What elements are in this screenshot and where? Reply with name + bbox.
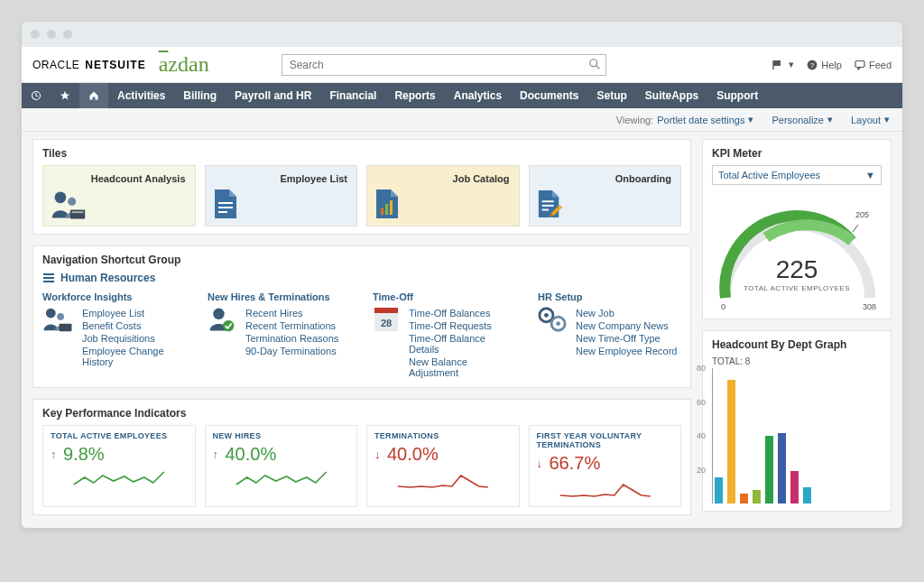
shortcut-link[interactable]: Employee List [79, 308, 186, 319]
nav-item[interactable]: SuiteApps [636, 83, 707, 108]
chat-icon [855, 60, 865, 70]
kpi-card[interactable]: FIRST YEAR VOLUNTARY TERMINATIONS↓66.7% [529, 425, 682, 507]
arrow-up-icon: ↑ [213, 448, 224, 461]
nav-item[interactable]: Reports [385, 83, 444, 108]
bar[interactable] [715, 477, 723, 503]
tile-job-catalog[interactable]: Job Catalog [366, 165, 520, 226]
chart-document-icon [374, 188, 400, 220]
personalize-label: Personalize [772, 115, 823, 125]
svg-point-9 [55, 191, 67, 203]
svg-rect-16 [381, 208, 383, 215]
shortcut-link[interactable]: Job Requisitions [79, 333, 186, 344]
bar[interactable] [803, 487, 811, 503]
nav-item[interactable]: Setup [587, 83, 635, 108]
nav-home-icon[interactable] [79, 83, 108, 108]
shortcut-link[interactable]: Recent Hires [242, 308, 338, 319]
gauge-max: 308 [863, 302, 876, 311]
shortcut-link[interactable]: Employee Change History [79, 346, 186, 367]
brand-netsuite: NETSUITE [85, 59, 145, 71]
nav-item[interactable]: Support [707, 83, 767, 108]
shortcut-link[interactable]: Termination Reasons [242, 333, 338, 344]
personalize-link[interactable]: Personalize ▾ [772, 114, 832, 125]
svg-rect-30 [374, 308, 398, 313]
kpi-meter-select[interactable]: Total Active Employees ▼ [712, 165, 882, 185]
tile-headcount-analysis[interactable]: Headcount Analysis [42, 165, 196, 226]
shortcut-link[interactable]: Benefit Costs [79, 320, 186, 331]
kpi-card[interactable]: TERMINATIONS↓40.0% [366, 425, 520, 507]
chevron-down-icon: ▾ [884, 114, 890, 125]
svg-text:28: 28 [381, 318, 392, 328]
kpi-card[interactable]: NEW HIRES↑40.0% [205, 425, 358, 507]
svg-text:?: ? [810, 61, 815, 69]
nav-history-icon[interactable] [22, 83, 51, 108]
svg-point-26 [57, 313, 64, 320]
shortcut-col-title: New Hires & Terminations [208, 291, 351, 302]
nav-item[interactable]: Activities [108, 83, 174, 108]
layout-label: Layout [851, 115, 881, 125]
gauge-value: 225 [712, 255, 882, 284]
app-root: ORACLE NETSUITE azdan ▾ ? Help Feed [22, 47, 902, 528]
chevron-down-icon: ▾ [748, 114, 753, 125]
shortcut-column: Workforce InsightsEmployee ListBenefit C… [42, 291, 186, 380]
shortcut-link[interactable]: New Job [572, 308, 678, 319]
shortcut-link[interactable]: Recent Terminations [242, 320, 338, 331]
svg-point-28 [213, 309, 224, 319]
feed-link[interactable]: Feed [855, 60, 892, 70]
shortcut-panel: Navigation Shortcut Group Human Resource… [32, 245, 691, 388]
svg-rect-14 [218, 207, 233, 208]
shortcut-link[interactable]: New Company News [572, 320, 678, 331]
topbar: ORACLE NETSUITE azdan ▾ ? Help Feed [22, 47, 902, 83]
help-link[interactable]: ? Help [807, 60, 842, 70]
bar[interactable] [753, 490, 761, 503]
shortcut-link[interactable]: Time-Off Requests [405, 320, 516, 331]
svg-point-29 [223, 320, 234, 331]
bar[interactable] [727, 380, 735, 503]
kpi-meter-select-value: Total Active Employees [718, 170, 820, 180]
bar[interactable] [790, 471, 799, 504]
layout-link[interactable]: Layout ▾ [851, 114, 890, 125]
language-toggle[interactable]: ▾ [772, 59, 794, 71]
nav-item[interactable]: Analytics [445, 83, 511, 108]
search-input[interactable] [282, 54, 606, 76]
kpi-card[interactable]: TOTAL ACTIVE EMPLOYEES↑9.8% [42, 425, 196, 507]
shortcut-section[interactable]: Human Resources [42, 272, 681, 284]
shortcut-link[interactable]: Time-Off Balance Details [405, 333, 516, 355]
bar[interactable] [765, 436, 773, 503]
nav-item[interactable]: Billing [174, 83, 226, 108]
kpi-card-value: ↑9.8% [51, 444, 188, 465]
svg-rect-15 [218, 211, 227, 213]
tiles-row: Headcount Analysis Employee List [42, 165, 681, 226]
headcount-panel: Headcount By Dept Graph TOTAL: 8 80 60 4… [702, 330, 892, 512]
nav-item[interactable]: Payroll and HR [226, 83, 320, 108]
tile-onboarding[interactable]: Onboarding [529, 165, 682, 226]
tile-employee-list[interactable]: Employee List [205, 165, 358, 226]
tiles-title: Tiles [42, 147, 681, 160]
shortcut-link[interactable]: New Balance Adjustment [405, 356, 516, 378]
shortcut-col-icon [538, 306, 567, 358]
nav-item[interactable]: Documents [511, 83, 587, 108]
nav-star-icon[interactable] [51, 83, 79, 108]
shortcut-col-icon [42, 306, 73, 369]
gauge-label: TOTAL ACTIVE EMPLOYEES [712, 284, 882, 292]
content: Tiles Headcount Analysis Employee List [22, 132, 902, 528]
headcount-total: TOTAL: 8 [712, 356, 882, 366]
viewing-selector[interactable]: Viewing: Portlet date settings ▾ [616, 114, 754, 125]
shortcut-link[interactable]: Time-Off Balances [405, 308, 516, 319]
arrow-down-icon: ↓ [374, 448, 385, 461]
bar[interactable] [778, 433, 786, 503]
bar[interactable] [740, 494, 748, 503]
shortcut-link[interactable]: New Employee Record [572, 346, 678, 356]
shortcut-link[interactable]: 90-Day Terminations [242, 346, 338, 356]
svg-rect-2 [773, 60, 781, 66]
side-column: KPI Meter Total Active Employees ▼ 205 [702, 139, 892, 512]
arrow-up-icon: ↑ [51, 448, 61, 461]
svg-rect-19 [541, 200, 553, 202]
flag-icon [772, 59, 785, 71]
svg-point-36 [556, 321, 560, 326]
nav-item[interactable]: Financial [320, 83, 385, 108]
edit-document-icon [537, 188, 562, 220]
svg-point-10 [68, 198, 76, 206]
shortcut-col-icon: 28 [373, 306, 400, 380]
shortcut-link[interactable]: New Time-Off Type [572, 333, 678, 344]
kpi-card-title: TERMINATIONS [374, 431, 512, 440]
